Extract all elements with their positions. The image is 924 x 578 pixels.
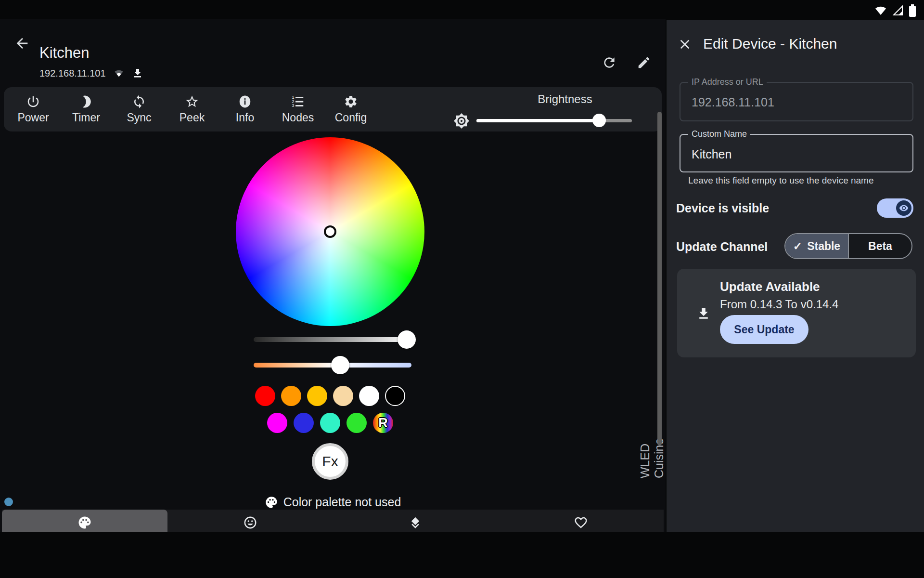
scrollbar[interactable] (657, 112, 662, 446)
screen: Kitchen 192.168.11.101 Power Timer (0, 0, 924, 578)
see-update-button[interactable]: See Update (720, 315, 808, 344)
device-visible-toggle[interactable] (877, 198, 913, 218)
segment-label: Stable (807, 240, 840, 253)
device-ip: 192.168.11.101 (39, 68, 106, 79)
firmware-download-icon (132, 67, 143, 79)
fx-button[interactable]: Fx (312, 443, 348, 480)
swatch-blue[interactable] (294, 413, 314, 433)
swatch-turquoise[interactable] (320, 413, 340, 433)
swatch-warm-white[interactable] (333, 386, 353, 406)
ip-field-value: 192.168.11.101 (692, 95, 774, 109)
edit-pencil-button[interactable] (634, 53, 654, 72)
sync-button[interactable]: Sync (113, 87, 166, 131)
swatch-row-1 (255, 386, 405, 406)
ip-address-field[interactable]: IP Address or URL 192.168.11.101 (680, 82, 913, 121)
numbered-list-icon: 123 (291, 94, 305, 109)
toolbar-label: Timer (72, 111, 100, 124)
brightness-fill (476, 119, 599, 122)
power-icon (26, 94, 40, 109)
battery-icon (909, 4, 916, 17)
brightness-sun-icon (453, 113, 470, 129)
swatch-red[interactable] (255, 386, 275, 406)
rainbow-label: R (378, 416, 388, 431)
swatch-white[interactable] (359, 386, 379, 406)
white-balance-slider[interactable] (254, 356, 411, 374)
download-icon (696, 306, 711, 321)
cellular-signal-icon (892, 5, 904, 16)
eye-icon (899, 203, 909, 213)
see-update-label: See Update (734, 323, 794, 336)
nodes-button[interactable]: 123 Nodes (271, 87, 324, 131)
toolbar-label: Sync (127, 111, 151, 124)
toolbar-label: Power (17, 111, 49, 124)
check-icon: ✓ (793, 240, 802, 253)
value-slider-track (254, 337, 411, 342)
update-channel-segmented: ✓ Stable Beta (784, 233, 912, 259)
device-view: Kitchen 192.168.11.101 Power Timer (0, 19, 666, 532)
smiley-icon (243, 515, 257, 530)
info-button[interactable]: Info (218, 87, 271, 131)
swatch-magenta[interactable] (267, 413, 287, 433)
panel-title: Edit Device - Kitchen (703, 36, 837, 52)
info-icon (238, 94, 252, 109)
status-bar (874, 4, 916, 17)
power-button[interactable]: Power (7, 87, 60, 131)
update-card-subtitle: From 0.14.3 To v0.14.4 (720, 298, 838, 311)
close-icon (677, 37, 693, 52)
watermark-text: WLED Cuisine (638, 406, 666, 478)
toolbar: Power Timer Sync Peek Info (4, 87, 662, 131)
fx-label: Fx (322, 453, 338, 470)
toolbar-label: Info (236, 111, 254, 124)
color-wheel-marker[interactable] (324, 225, 336, 238)
palette-icon (77, 515, 92, 530)
moon-icon (79, 94, 93, 109)
edit-device-panel: Edit Device - Kitchen IP Address or URL … (667, 20, 924, 533)
close-button[interactable] (676, 36, 693, 53)
update-channel-label: Update Channel (676, 240, 768, 254)
svg-text:3: 3 (292, 103, 295, 108)
toolbar-label: Nodes (282, 111, 314, 124)
value-slider[interactable] (254, 330, 411, 349)
swatch-random-rainbow[interactable]: R (373, 413, 393, 433)
timer-button[interactable]: Timer (60, 87, 113, 131)
swatch-green[interactable] (346, 413, 367, 433)
back-button[interactable] (13, 34, 32, 53)
swatch-black[interactable] (385, 386, 405, 406)
segment-label: Beta (868, 240, 892, 253)
palette-icon (265, 496, 278, 509)
channel-option-beta[interactable]: Beta (848, 234, 911, 258)
swatch-amber[interactable] (307, 386, 327, 406)
device-title: Kitchen (39, 44, 89, 62)
ip-field-label: IP Address or URL (688, 77, 767, 87)
channel-option-stable[interactable]: ✓ Stable (785, 234, 848, 258)
palette-status-text: Color palette not used (283, 495, 401, 509)
refresh-button[interactable] (600, 53, 619, 72)
update-card: Update Available From 0.14.3 To v0.14.4 … (677, 269, 916, 357)
update-card-title: Update Available (720, 279, 820, 294)
star-icon (185, 94, 199, 109)
brightness-label: Brightness (514, 92, 616, 106)
sync-icon (132, 94, 146, 109)
name-field-value: Kitchen (692, 147, 732, 161)
custom-name-field[interactable]: Custom Name Kitchen (680, 134, 913, 172)
status-dot (4, 498, 13, 506)
peek-button[interactable]: Peek (166, 87, 218, 131)
toggle-thumb (896, 200, 911, 216)
brightness-thumb[interactable] (592, 114, 606, 127)
toolbar-items: Power Timer Sync Peek Info (7, 87, 377, 131)
value-slider-thumb[interactable] (398, 330, 416, 349)
toolbar-label: Config (335, 111, 367, 124)
palette-status-row: Color palette not used (0, 495, 666, 509)
device-visible-label: Device is visible (676, 201, 769, 215)
white-balance-slider-thumb[interactable] (331, 356, 349, 374)
device-ip-row: 192.168.11.101 (39, 67, 143, 79)
name-field-label: Custom Name (688, 129, 750, 139)
config-button[interactable]: Config (324, 87, 377, 131)
layers-icon (408, 515, 423, 530)
dock: M (0, 532, 924, 578)
swatch-orange[interactable] (281, 386, 301, 406)
heart-icon (574, 515, 588, 530)
brightness-slider[interactable] (476, 114, 632, 127)
wifi-status-icon (874, 5, 887, 16)
wifi-strength-icon (113, 68, 125, 79)
